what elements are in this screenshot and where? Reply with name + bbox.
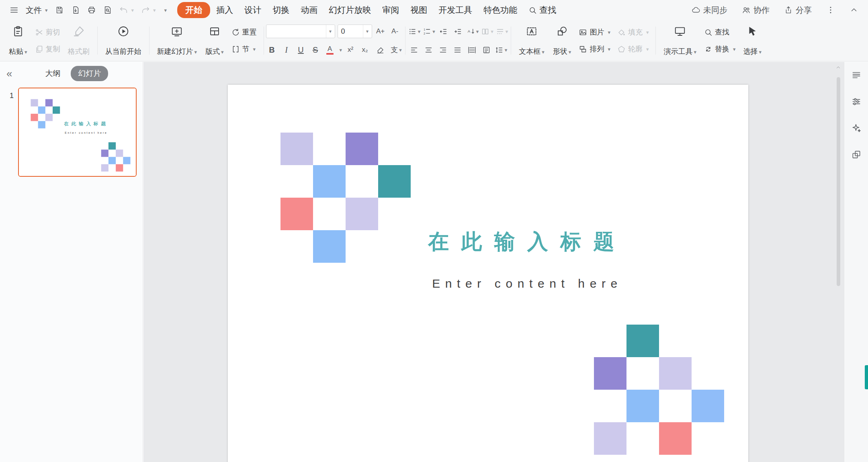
- reset-button[interactable]: 重置: [229, 25, 260, 39]
- format-painter-label: 格式刷: [68, 48, 90, 56]
- slide-decor-square: [38, 106, 45, 114]
- line-spacing-button[interactable]: ▾: [494, 43, 508, 57]
- align-left-button[interactable]: [407, 43, 421, 57]
- undo-button[interactable]: ▾: [117, 4, 137, 16]
- bold-button[interactable]: B: [266, 43, 278, 57]
- file-menu-button[interactable]: 文件▾: [23, 3, 50, 18]
- format-painter-button[interactable]: 格式刷: [64, 22, 93, 59]
- underline-button[interactable]: U: [295, 43, 307, 57]
- share-button[interactable]: 分享: [782, 3, 814, 18]
- slide-title[interactable]: 在此输入标题: [401, 228, 654, 256]
- columns-button[interactable]: ▾: [480, 25, 494, 38]
- italic-button[interactable]: I: [280, 43, 293, 57]
- collaborate-button[interactable]: 协作: [739, 3, 772, 18]
- print-button[interactable]: [85, 4, 98, 16]
- font-name-combo[interactable]: ▾: [266, 25, 335, 38]
- start-from-current-button[interactable]: 从当前开始: [102, 22, 145, 59]
- section-button[interactable]: 节▾: [229, 42, 260, 56]
- redo-button[interactable]: ▾: [139, 4, 158, 16]
- object-properties-button[interactable]: [849, 94, 864, 109]
- tab-slideshow[interactable]: 幻灯片放映: [323, 2, 376, 18]
- tab-developer[interactable]: 开发工具: [433, 2, 477, 18]
- pane-list-button[interactable]: [849, 67, 864, 83]
- caret-down-icon[interactable]: ▾: [363, 25, 372, 38]
- save-button[interactable]: [53, 4, 66, 16]
- tab-review[interactable]: 审阅: [377, 2, 404, 18]
- tab-outline-view[interactable]: 大纲: [45, 68, 60, 79]
- paragraph-layout-button[interactable]: [480, 43, 493, 57]
- tab-special-features[interactable]: 特色功能: [478, 2, 522, 18]
- slide-content: 在此输入标题 Enter content here: [228, 85, 748, 462]
- font-size-combo[interactable]: 0 ▾: [338, 25, 372, 38]
- more-options-button[interactable]: [824, 4, 837, 16]
- arrange-button[interactable]: 排列▾: [576, 42, 613, 56]
- clear-format-button[interactable]: [373, 43, 387, 57]
- increase-indent-button[interactable]: [451, 25, 465, 38]
- fill-button[interactable]: 填充▾: [614, 25, 652, 39]
- scroll-up-button[interactable]: [835, 63, 841, 72]
- align-center-button[interactable]: [422, 43, 436, 57]
- text-box-button[interactable]: 文本框▾: [515, 22, 548, 59]
- increase-font-button[interactable]: A+: [375, 25, 387, 38]
- bullet-list-button[interactable]: ▾: [407, 25, 422, 38]
- collapse-panel-button[interactable]: «: [6, 68, 12, 79]
- caret-down-icon: ▾: [646, 30, 649, 35]
- caret-down-icon[interactable]: ▾: [340, 47, 342, 53]
- tab-find[interactable]: 查找: [523, 2, 561, 18]
- decrease-indent-button[interactable]: [437, 25, 450, 38]
- numbered-list-button[interactable]: ▾: [422, 25, 436, 38]
- slide-title: 在此输入标题: [58, 121, 115, 127]
- replace-button[interactable]: 替换▾: [701, 42, 739, 56]
- slide-thumbnail[interactable]: 在此输入标题 Enter content here: [18, 88, 137, 177]
- file-menu-label: 文件: [26, 5, 42, 16]
- new-slide-button[interactable]: 新建幻灯片▾: [154, 22, 201, 59]
- collapsed-pane-indicator[interactable]: [865, 365, 868, 389]
- paste-button[interactable]: 粘贴▾: [5, 22, 31, 59]
- presentation-tools-label: 演示工具: [663, 48, 692, 56]
- copy-button[interactable]: 复制: [32, 42, 63, 56]
- shapes-button[interactable]: 形状▾: [549, 22, 575, 59]
- decrease-font-button[interactable]: A-: [389, 25, 401, 38]
- list-settings-button[interactable]: ▾: [495, 25, 509, 38]
- slide-page[interactable]: 在此输入标题 Enter content here: [228, 85, 748, 462]
- distribute-button[interactable]: [465, 43, 479, 57]
- layout-button[interactable]: 版式▾: [202, 22, 227, 59]
- quick-toolbar-more-button[interactable]: ▾: [161, 6, 170, 15]
- list-settings-icon: [496, 27, 504, 36]
- outline-button[interactable]: 轮廓▾: [614, 42, 652, 56]
- tab-home[interactable]: 开始: [177, 2, 210, 18]
- picture-button[interactable]: 图片▾: [576, 25, 613, 39]
- ribbon-divider: [149, 27, 149, 55]
- tab-transition[interactable]: 切换: [267, 2, 295, 18]
- text-tool-button[interactable]: 支▾: [389, 43, 403, 57]
- slide-subtitle[interactable]: Enter content here: [401, 277, 654, 290]
- align-right-button[interactable]: [436, 43, 450, 57]
- vertical-scrollbar: [835, 63, 841, 462]
- subscript-button[interactable]: x₂: [359, 43, 371, 57]
- scrollbar-thumb[interactable]: [837, 77, 840, 286]
- smart-beautify-button[interactable]: [849, 121, 864, 136]
- text-direction-button[interactable]: ▾: [466, 25, 480, 38]
- strikethrough-button[interactable]: S: [309, 43, 321, 57]
- search-icon: [704, 28, 712, 37]
- superscript-button[interactable]: x²: [344, 43, 356, 57]
- tab-view[interactable]: 视图: [405, 2, 432, 18]
- find-button[interactable]: 查找: [701, 25, 739, 39]
- menubar: 文件▾ ▾ ▾ ▾ 开始 插入 设计 切换 动画 幻灯片放映 审阅 视图 开发工…: [0, 0, 868, 20]
- sync-status-button[interactable]: 未同步: [689, 3, 730, 18]
- export-button[interactable]: [69, 4, 82, 16]
- tab-slides-view[interactable]: 幻灯片: [71, 66, 108, 81]
- app-menu-button[interactable]: [7, 4, 21, 16]
- tab-design[interactable]: 设计: [239, 2, 266, 18]
- presentation-tools-button[interactable]: 演示工具▾: [660, 22, 700, 59]
- select-button[interactable]: 选择▾: [740, 22, 766, 59]
- print-preview-button[interactable]: [101, 4, 115, 16]
- tab-insert[interactable]: 插入: [211, 2, 238, 18]
- cut-button[interactable]: 剪切: [32, 25, 63, 39]
- tab-animation[interactable]: 动画: [295, 2, 323, 18]
- caret-down-icon[interactable]: ▾: [326, 25, 335, 38]
- justify-button[interactable]: [451, 43, 465, 57]
- design-resources-button[interactable]: [849, 147, 864, 162]
- collapse-ribbon-button[interactable]: [847, 4, 861, 16]
- font-color-button[interactable]: A: [324, 43, 336, 57]
